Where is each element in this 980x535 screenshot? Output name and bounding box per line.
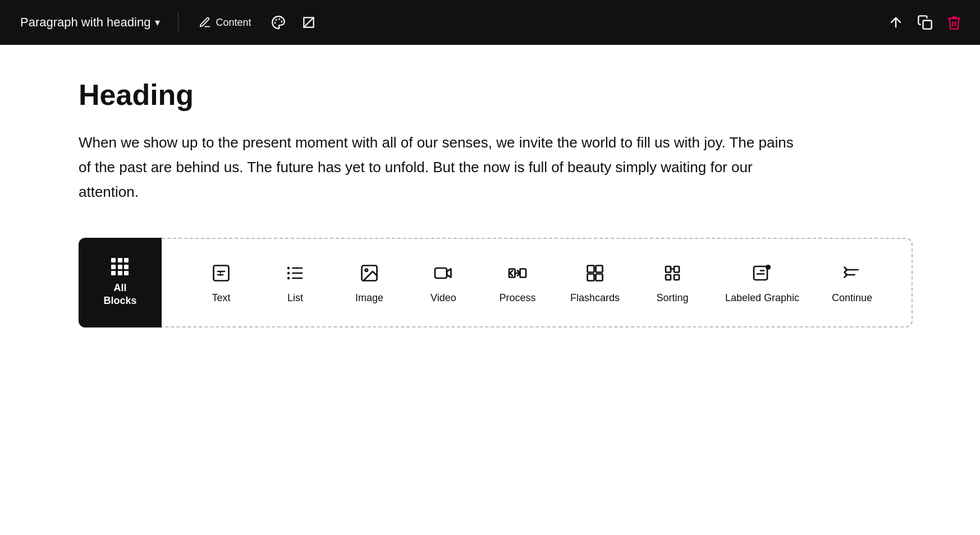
svg-point-15 [287, 277, 290, 280]
block-text-label: Text [212, 292, 230, 304]
svg-rect-26 [666, 266, 671, 273]
svg-point-32 [766, 265, 771, 270]
svg-point-14 [287, 272, 290, 275]
video-block-icon [432, 262, 455, 284]
content-paragraph: When we show up to the present moment wi… [79, 130, 808, 205]
grid-icon [111, 258, 129, 276]
svg-rect-24 [587, 274, 594, 280]
svg-rect-23 [596, 265, 602, 272]
flashcards-block-icon [584, 262, 606, 284]
topbar-separator [178, 12, 178, 33]
duplicate-icon [917, 15, 933, 30]
blocks-panel: T Text List [162, 238, 913, 328]
corner-icon [301, 15, 316, 30]
block-sorting-label: Sorting [656, 292, 688, 304]
topbar-right-actions [883, 10, 967, 35]
trash-icon [946, 15, 962, 30]
delete-button[interactable] [942, 10, 967, 35]
palette-button[interactable] [267, 11, 290, 34]
all-blocks-button[interactable]: AllBlocks [79, 238, 162, 328]
block-item-list[interactable]: List [258, 253, 332, 313]
svg-rect-5 [923, 21, 932, 29]
content-button[interactable]: Content [190, 12, 260, 33]
process-block-icon [506, 262, 529, 284]
text-block-icon: T [210, 262, 232, 284]
block-labeled-graphic-label: Labeled Graphic [725, 292, 799, 304]
svg-rect-22 [587, 265, 594, 272]
upload-icon [888, 15, 904, 30]
title-dropdown-button[interactable]: Paragraph with heading ▾ [13, 11, 167, 34]
block-list-label: List [287, 292, 303, 304]
block-flashcards-label: Flashcards [570, 292, 620, 304]
svg-rect-25 [596, 274, 602, 280]
block-item-sorting[interactable]: Sorting [635, 253, 709, 313]
upload-button[interactable] [883, 10, 908, 35]
block-item-labeled-graphic[interactable]: Labeled Graphic [709, 253, 815, 313]
topbar-title: Paragraph with heading [20, 15, 150, 30]
svg-rect-18 [435, 268, 447, 278]
block-video-label: Video [431, 292, 456, 304]
svg-rect-31 [754, 266, 767, 280]
svg-point-0 [280, 19, 280, 20]
topbar: Paragraph with heading ▾ Content [0, 0, 980, 45]
image-block-icon [358, 262, 381, 284]
sorting-block-icon [661, 262, 684, 284]
svg-text:T: T [218, 270, 222, 276]
block-item-flashcards[interactable]: Flashcards [555, 253, 635, 313]
block-continue-label: Continue [832, 292, 872, 304]
list-block-icon [284, 262, 306, 284]
block-item-video[interactable]: Video [406, 253, 480, 313]
block-image-label: Image [355, 292, 383, 304]
svg-point-17 [365, 269, 368, 271]
labeled-graphic-block-icon [751, 262, 773, 284]
content-heading: Heading [79, 79, 913, 112]
svg-rect-27 [674, 266, 679, 273]
svg-rect-28 [666, 275, 671, 280]
svg-point-1 [282, 21, 282, 22]
block-item-image[interactable]: Image [332, 253, 406, 313]
block-item-process[interactable]: Process [480, 253, 555, 313]
block-item-continue[interactable]: Continue [815, 253, 889, 313]
svg-point-2 [276, 20, 277, 20]
all-blocks-label: AllBlocks [103, 282, 136, 308]
block-item-text[interactable]: T Text [184, 253, 258, 313]
svg-point-3 [275, 22, 276, 23]
main-content: Heading When we show up to the present m… [0, 45, 980, 361]
duplicate-button[interactable] [913, 10, 937, 35]
block-picker: AllBlocks T Text [79, 238, 913, 328]
content-button-label: Content [216, 17, 251, 29]
pencil-icon [199, 16, 211, 29]
palette-icon [271, 15, 286, 30]
block-process-label: Process [499, 292, 535, 304]
svg-rect-29 [674, 275, 679, 280]
svg-point-13 [287, 267, 290, 270]
chevron-down-icon: ▾ [155, 16, 160, 29]
continue-block-icon [841, 262, 863, 284]
corner-icon-button[interactable] [297, 11, 320, 34]
svg-rect-20 [520, 269, 526, 277]
